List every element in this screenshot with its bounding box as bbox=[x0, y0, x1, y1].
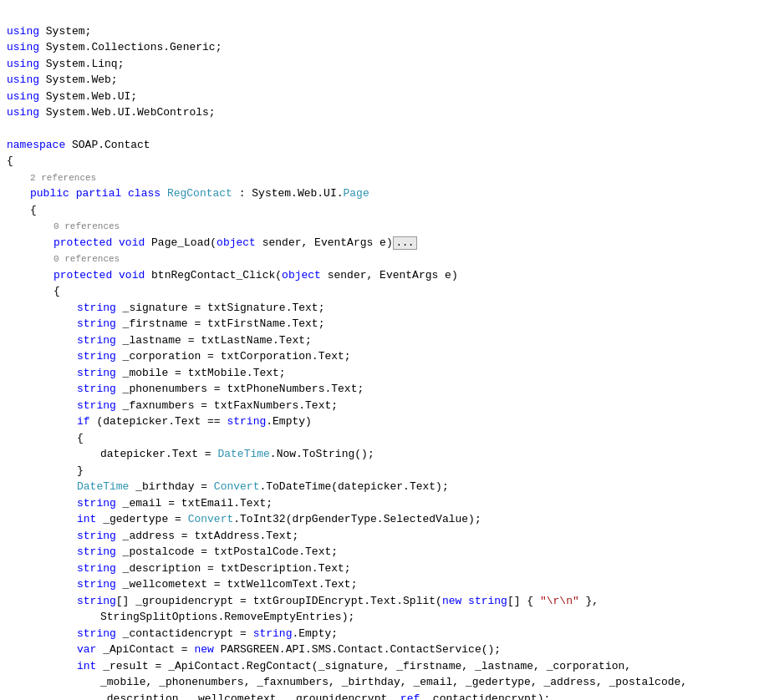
token: _phonenumbers = txtPhoneNumbers.Text; bbox=[116, 383, 364, 395]
collapsed-indicator[interactable]: ... bbox=[393, 236, 418, 250]
token: string bbox=[77, 383, 116, 395]
token: Convert bbox=[214, 480, 260, 493]
line-content: using System.Linq; bbox=[7, 56, 752, 73]
line-content: { bbox=[7, 153, 752, 170]
line-content: using System.Web.UI; bbox=[7, 89, 752, 105]
code-line: string _phonenumbers = txtPhoneNumbers.T… bbox=[0, 381, 759, 398]
token: { bbox=[7, 155, 13, 167]
token: System.Web.UI; bbox=[39, 90, 137, 103]
token: string bbox=[253, 627, 293, 640]
line-content: string _contactidencrypt = string.Empty; bbox=[77, 626, 752, 642]
token: string bbox=[77, 399, 116, 412]
line-content: { bbox=[30, 202, 752, 219]
token: _contactidencrypt); bbox=[420, 692, 550, 701]
token: sender, EventArgs e) bbox=[321, 269, 458, 282]
token: int bbox=[77, 513, 96, 525]
line-content: string _email = txtEmail.Text; bbox=[77, 495, 752, 512]
line-content: protected void btnRegContact_Click(objec… bbox=[53, 267, 752, 284]
token: _birthday = bbox=[129, 480, 213, 493]
code-line: StringSplitOptions.RemoveEmptyEntries); bbox=[0, 609, 759, 626]
line-content: string _lastname = txtLastName.Text; bbox=[77, 332, 752, 349]
line-content: string[] _groupidencrypt = txtGroupIDEnc… bbox=[77, 593, 752, 610]
token: "\r\n" bbox=[540, 595, 579, 607]
token: .Empty) bbox=[266, 415, 312, 428]
token: _description = txtDescription.Text; bbox=[116, 562, 351, 575]
line-content: 0 references bbox=[53, 251, 752, 267]
line-content: using System.Collections.Generic; bbox=[7, 39, 752, 56]
token: object bbox=[216, 236, 256, 249]
token: StringSplitOptions.RemoveEmptyEntries); bbox=[100, 611, 354, 623]
token: string bbox=[227, 415, 266, 428]
token: [] { bbox=[507, 595, 540, 607]
token: DateTime bbox=[77, 480, 129, 493]
line-content: string _corporation = txtCorporation.Tex… bbox=[77, 348, 752, 365]
token: { bbox=[53, 285, 60, 297]
token: System; bbox=[39, 25, 91, 38]
token: string bbox=[77, 350, 116, 363]
token: System.Web; bbox=[39, 74, 118, 86]
code-line: int _gedertype = Convert.ToInt32(drpGend… bbox=[0, 511, 759, 528]
token: _firstname = txtFirstName.Text; bbox=[116, 317, 325, 330]
token bbox=[112, 269, 119, 282]
code-line: DateTime _birthday = Convert.ToDateTime(… bbox=[0, 479, 759, 495]
line-content: using System; bbox=[7, 23, 752, 40]
token: protected bbox=[53, 236, 112, 249]
code-line: var _ApiContact = new PARSGREEN.API.SMS.… bbox=[0, 642, 759, 658]
token: using bbox=[7, 90, 39, 103]
code-line: datepicker.Text = DateTime.Now.ToString(… bbox=[0, 446, 759, 463]
token: string bbox=[77, 627, 116, 640]
line-content: namespace SOAP.Contact bbox=[7, 137, 752, 154]
token: _mobile = txtMobile.Text; bbox=[116, 367, 286, 379]
token: string bbox=[77, 545, 116, 558]
line-content: var _ApiContact = new PARSGREEN.API.SMS.… bbox=[77, 642, 752, 658]
line-content: _description, _wellcometext, _groupidenc… bbox=[100, 691, 752, 701]
line-content: string _phonenumbers = txtPhoneNumbers.T… bbox=[77, 381, 752, 398]
code-line: using System.Linq; bbox=[0, 56, 759, 73]
token: System.Web.UI.WebControls; bbox=[39, 106, 216, 119]
reference-hint: 2 references bbox=[30, 173, 96, 183]
line-content: StringSplitOptions.RemoveEmptyEntries); bbox=[100, 609, 752, 626]
code-line: using System.Web.UI; bbox=[0, 89, 759, 105]
token: new bbox=[194, 643, 213, 656]
token: _postalcode = txtPostalCode.Text; bbox=[116, 545, 338, 558]
token bbox=[69, 187, 76, 200]
token: _wellcometext = txtWellcomText.Text; bbox=[116, 578, 358, 591]
token: PARSGREEN.API.SMS.Contact.ContactService… bbox=[214, 643, 501, 656]
code-line: string _postalcode = txtPostalCode.Text; bbox=[0, 544, 759, 561]
line-content: DateTime _birthday = Convert.ToDateTime(… bbox=[77, 479, 752, 495]
code-line: { bbox=[0, 202, 759, 219]
token: { bbox=[77, 432, 84, 444]
line-content: 2 references bbox=[30, 170, 752, 186]
token: object bbox=[282, 269, 321, 282]
token: btnRegContact_Click( bbox=[145, 269, 282, 282]
token: .ToDateTime(datepicker.Text); bbox=[259, 480, 448, 493]
token: string bbox=[77, 317, 116, 330]
line-content: string _wellcometext = txtWellcomText.Te… bbox=[77, 576, 752, 593]
token: DateTime bbox=[217, 448, 269, 460]
token: Page_Load( bbox=[145, 236, 216, 249]
token: _address = txtAddress.Text; bbox=[116, 530, 298, 542]
code-line: string _corporation = txtCorporation.Tex… bbox=[0, 348, 759, 365]
line-content: int _result = _ApiContact.RegContact(_si… bbox=[77, 658, 752, 675]
code-line: string _signature = txtSignature.Text; bbox=[0, 300, 759, 317]
code-line: string _contactidencrypt = string.Empty; bbox=[0, 626, 759, 642]
code-line bbox=[0, 121, 759, 137]
line-content: public partial class RegContact : System… bbox=[30, 185, 752, 202]
token: Convert bbox=[188, 513, 234, 525]
code-line: _mobile, _phonenumbers, _faxnumbers, _bi… bbox=[0, 674, 759, 691]
token: string bbox=[468, 595, 507, 607]
token: string bbox=[77, 595, 116, 607]
line-content: _mobile, _phonenumbers, _faxnumbers, _bi… bbox=[100, 674, 752, 691]
token: _mobile, _phonenumbers, _faxnumbers, _bi… bbox=[100, 676, 687, 688]
code-line: string _wellcometext = txtWellcomText.Te… bbox=[0, 576, 759, 593]
token: ref bbox=[400, 692, 420, 701]
code-line: int _result = _ApiContact.RegContact(_si… bbox=[0, 658, 759, 675]
token: .Empty; bbox=[292, 627, 338, 640]
code-line: { bbox=[0, 153, 759, 170]
code-line: { bbox=[0, 283, 759, 300]
token: if bbox=[77, 415, 90, 428]
token: using bbox=[7, 58, 39, 70]
token: .ToInt32(drpGenderType.SelectedValue); bbox=[233, 513, 481, 525]
code-editor: using System;using System.Collections.Ge… bbox=[0, 0, 759, 700]
code-line: using System.Web; bbox=[0, 72, 759, 89]
